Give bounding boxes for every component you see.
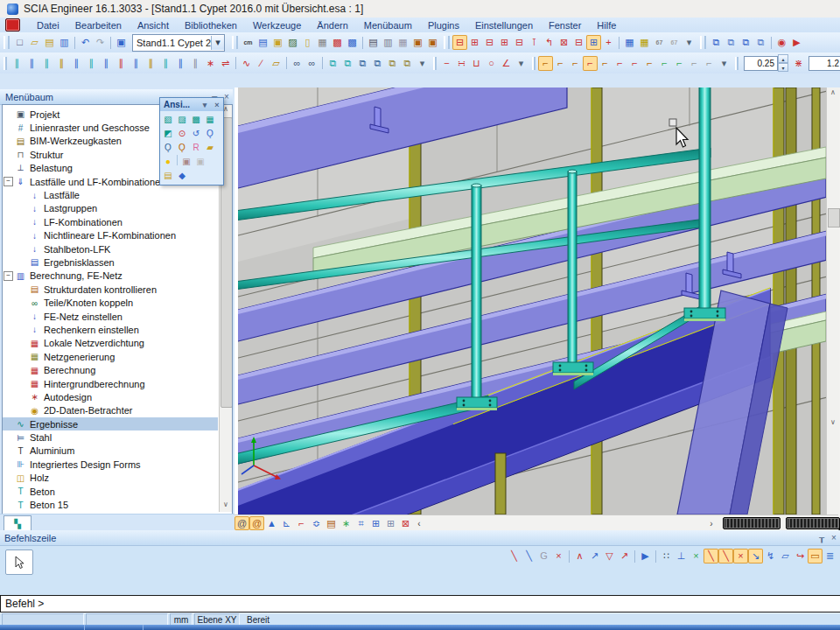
view-in-y-icon[interactable]: ▨ xyxy=(175,113,189,127)
view-from-point-icon[interactable]: ⊙ xyxy=(175,127,189,141)
pair-nodes-icon[interactable]: ∞ xyxy=(290,56,304,71)
overflow-icon[interactable]: ▾ xyxy=(717,56,732,71)
member-haunch-icon[interactable]: ∥ xyxy=(54,56,69,71)
pin-icon[interactable]: ┰ xyxy=(816,533,828,542)
toolbar-grip[interactable] xyxy=(532,57,536,70)
view-67-alt-icon[interactable]: 67 xyxy=(667,35,682,50)
dim-line-icon[interactable]: − xyxy=(439,56,454,71)
member-truss-icon[interactable]: ∥ xyxy=(158,56,173,71)
shrink-members-icon[interactable]: ∗ xyxy=(339,516,354,530)
layers-icon[interactable]: ▤ xyxy=(256,35,270,50)
fly-through-icon[interactable]: ▶ xyxy=(789,35,804,50)
zoom-in-icon[interactable]: Ǫ xyxy=(203,127,217,141)
spinner-up-icon[interactable]: ▴ xyxy=(778,54,788,63)
clipping-box-icon[interactable]: ◩ xyxy=(161,127,175,141)
clip-front-icon[interactable]: @ xyxy=(234,516,249,530)
support-green-1-icon[interactable]: ⌐ xyxy=(657,56,672,71)
tree-item-beton-15[interactable]: TBeton 15 xyxy=(3,498,218,511)
snap-cursor-icon[interactable]: ▶ xyxy=(638,549,653,564)
tree-item-2d-daten-betrachter[interactable]: ◉2D-Daten-Betrachter xyxy=(3,404,218,417)
display-scale-value[interactable]: 1.2 xyxy=(808,56,840,71)
print-icon[interactable]: ▤ xyxy=(366,35,381,50)
tree-item-beton[interactable]: TBeton xyxy=(3,485,218,498)
collapse-toggle-icon[interactable]: − xyxy=(3,271,14,281)
load-scale-icon[interactable]: ⋇ xyxy=(791,56,806,71)
mesh-setup-icon[interactable]: ▦ xyxy=(315,35,330,50)
clipboard-picture-icon[interactable]: ▤ xyxy=(161,169,175,183)
view-in-z-icon[interactable]: ▩ xyxy=(189,113,203,127)
status-plane[interactable]: Ebene XY xyxy=(194,613,240,626)
display-scale-spinner[interactable]: 1.2 ▴▾ xyxy=(808,56,840,71)
rotate-view-icon[interactable]: ↺ xyxy=(189,127,203,141)
combo-dropdown-icon[interactable]: ▾ xyxy=(211,36,224,50)
filter-b10-icon[interactable]: ⊞ xyxy=(586,35,601,50)
save-layout-icon[interactable]: ▦ xyxy=(622,35,637,50)
toolbar-grip[interactable] xyxy=(4,36,10,49)
member-beam-icon[interactable]: ∥ xyxy=(39,56,54,71)
document-icon[interactable]: ▣ xyxy=(410,35,425,50)
overflow-icon[interactable]: ▾ xyxy=(514,56,528,71)
dim-bracket-icon[interactable]: ⊔ xyxy=(469,56,484,71)
status-units[interactable]: mm xyxy=(170,613,192,626)
project-combo[interactable]: Stand1.1 Cypet 20 ▾ xyxy=(132,34,225,52)
dim-chain-icon[interactable]: ∺ xyxy=(454,56,469,71)
print-picture-disabled-icon[interactable]: ▣ xyxy=(193,155,207,169)
snap-line-mid-icon[interactable]: ╲ xyxy=(522,549,536,564)
window-tile-h-icon[interactable]: ⧉ xyxy=(738,35,753,50)
menu-menuebaum[interactable]: Menübaum xyxy=(356,19,420,32)
support-fixed-icon[interactable]: ⌐ xyxy=(538,56,553,71)
zoom-out-icon[interactable]: Ǫ xyxy=(161,141,175,155)
snap-ortho-icon[interactable]: ⊥ xyxy=(674,549,689,564)
tree-item-strukturdaten-kontrollieren[interactable]: ▤Strukturdaten kontrollieren xyxy=(3,283,218,296)
snap-list-icon[interactable]: ≣ xyxy=(822,549,837,564)
view-in-x-icon[interactable]: ▧ xyxy=(161,113,175,127)
toolbar-grip[interactable] xyxy=(232,36,238,49)
filter-b4-icon[interactable]: ⊞ xyxy=(497,35,512,50)
filter-b8-icon[interactable]: ⊠ xyxy=(556,35,571,50)
snap-plane-icon[interactable]: ▭ xyxy=(808,549,822,564)
axonometric-view-icon[interactable]: ▦ xyxy=(203,113,217,127)
member-column-icon[interactable]: ∥ xyxy=(24,56,39,71)
toolbar-grip[interactable] xyxy=(433,57,437,70)
menu-fenster[interactable]: Fenster xyxy=(541,19,589,32)
support-surface-icon[interactable]: ⌐ xyxy=(627,56,642,71)
tree-item-rechenkern-einstellen[interactable]: ↓Rechenkern einstellen xyxy=(3,323,218,336)
member-rib-icon[interactable]: ∥ xyxy=(129,56,144,71)
view-67-icon[interactable]: 67 xyxy=(652,35,667,50)
scroll-right-icon[interactable]: › xyxy=(705,517,718,529)
table-view-3-icon[interactable]: ⊠ xyxy=(398,516,413,530)
snap-dot-grid-icon[interactable]: ∷ xyxy=(659,549,674,564)
member-opening-icon[interactable]: ∥ xyxy=(69,56,84,71)
copy-add-6-icon[interactable]: ⧉ xyxy=(400,56,415,71)
member-1d-icon[interactable]: ∥ xyxy=(10,56,24,71)
table-view-1-icon[interactable]: ⊞ xyxy=(368,516,383,530)
toolbar-grip[interactable] xyxy=(735,57,738,70)
center-point-icon[interactable]: + xyxy=(601,35,616,50)
member-star-icon[interactable]: ∗ xyxy=(203,56,218,71)
support-subsoil-icon[interactable]: ⌐ xyxy=(642,56,657,71)
scroll-down-icon[interactable]: ∨ xyxy=(220,500,232,512)
print-picture-icon[interactable]: ▣ xyxy=(179,155,193,169)
scroll-up-icon[interactable]: ∧ xyxy=(827,88,839,99)
units-setup-icon[interactable]: cm xyxy=(241,35,256,50)
copy-add-3-icon[interactable]: ⧉ xyxy=(355,56,370,71)
tree-item-ergebnisse[interactable]: ∿Ergebnisse xyxy=(3,417,218,430)
paperclip-data-icon[interactable]: ▯ xyxy=(300,35,315,50)
menu-plugins[interactable]: Plugins xyxy=(420,19,467,32)
zoom-window-icon[interactable]: Ǫ xyxy=(175,141,189,155)
toolbar-grip[interactable] xyxy=(700,36,706,49)
window-tile-v-icon[interactable]: ⧉ xyxy=(753,35,768,50)
view-flag-icon[interactable]: ⌐ xyxy=(294,516,309,530)
member-wall-icon[interactable]: ∥ xyxy=(99,56,114,71)
member-shell-icon[interactable]: ∥ xyxy=(114,56,129,71)
pair-members-icon[interactable]: ∞ xyxy=(304,56,319,71)
redo-icon[interactable]: ↷ xyxy=(93,35,108,50)
tree-item-lokale-netzverdichtung[interactable]: ▦Lokale Netzverdichtung xyxy=(3,337,218,350)
menu-hilfe[interactable]: Hilfe xyxy=(589,19,624,32)
snap-curve-icon[interactable]: ↪ xyxy=(793,549,808,564)
member-misc-icon[interactable]: ∥ xyxy=(188,56,203,71)
copy-add-4-icon[interactable]: ⧉ xyxy=(370,56,385,71)
member-load-panel-icon[interactable]: ∥ xyxy=(144,56,158,71)
window-new-icon[interactable]: ⧉ xyxy=(709,35,724,50)
support-sliding-icon[interactable]: ⌐ xyxy=(568,56,583,71)
